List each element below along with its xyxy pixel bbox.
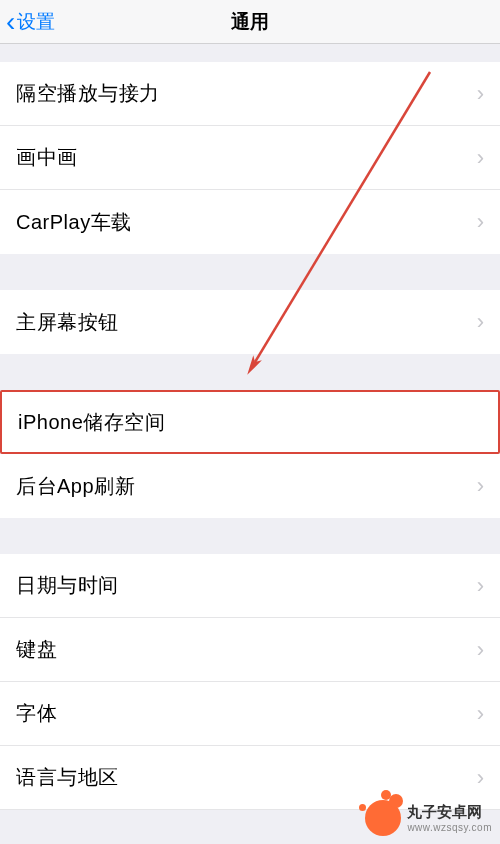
- chevron-right-icon: ›: [477, 765, 484, 791]
- list-item-label: 日期与时间: [16, 572, 119, 599]
- chevron-right-icon: ›: [477, 637, 484, 663]
- list-item-label: 语言与地区: [16, 764, 119, 791]
- navigation-bar: ‹ 设置 通用: [0, 0, 500, 44]
- back-button[interactable]: ‹ 设置: [0, 8, 55, 36]
- watermark-logo-icon: [365, 800, 401, 836]
- chevron-right-icon: ›: [477, 209, 484, 235]
- list-item-label: iPhone储存空间: [18, 409, 165, 436]
- section-separator: [0, 44, 500, 62]
- list-item-picture-in-picture[interactable]: 画中画 ›: [0, 126, 500, 190]
- watermark-name: 丸子安卓网: [407, 803, 482, 822]
- list-item-label: 主屏幕按钮: [16, 309, 119, 336]
- watermark-text: 丸子安卓网 www.wzsqsy.com: [407, 803, 492, 833]
- section-separator: [0, 254, 500, 290]
- list-item-carplay[interactable]: CarPlay车载 ›: [0, 190, 500, 254]
- list-item-label: 画中画: [16, 144, 78, 171]
- list-item-keyboard[interactable]: 键盘 ›: [0, 618, 500, 682]
- chevron-right-icon: ›: [477, 145, 484, 171]
- list-item-label: 隔空播放与接力: [16, 80, 160, 107]
- chevron-right-icon: ›: [477, 473, 484, 499]
- page-title: 通用: [231, 9, 269, 35]
- list-item-date-time[interactable]: 日期与时间 ›: [0, 554, 500, 618]
- watermark: 丸子安卓网 www.wzsqsy.com: [365, 800, 492, 836]
- list-item-airplay-handoff[interactable]: 隔空播放与接力 ›: [0, 62, 500, 126]
- list-item-label: 字体: [16, 700, 57, 727]
- section-separator: [0, 518, 500, 554]
- list-item-label: 后台App刷新: [16, 473, 135, 500]
- chevron-right-icon: ›: [477, 81, 484, 107]
- watermark-url: www.wzsqsy.com: [407, 822, 492, 833]
- list-item-background-app-refresh[interactable]: 后台App刷新 ›: [0, 454, 500, 518]
- list-item-iphone-storage[interactable]: iPhone储存空间 ›: [0, 390, 500, 454]
- list-item-label: 键盘: [16, 636, 57, 663]
- chevron-right-icon: ›: [477, 701, 484, 727]
- chevron-right-icon: ›: [477, 309, 484, 335]
- section-separator: [0, 354, 500, 390]
- chevron-left-icon: ‹: [6, 8, 15, 36]
- back-label: 设置: [17, 9, 55, 35]
- list-item-label: CarPlay车载: [16, 209, 132, 236]
- list-item-home-button[interactable]: 主屏幕按钮 ›: [0, 290, 500, 354]
- list-item-fonts[interactable]: 字体 ›: [0, 682, 500, 746]
- chevron-right-icon: ›: [477, 573, 484, 599]
